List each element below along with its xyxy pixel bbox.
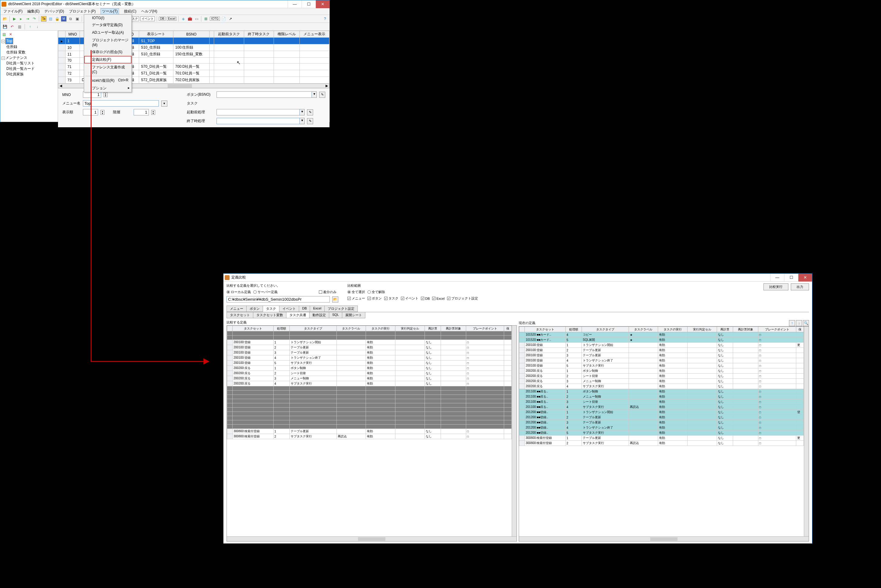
cell[interactable]: [174, 38, 210, 44]
scope-check[interactable]: イベント: [401, 296, 418, 301]
cell[interactable]: 2: [565, 441, 581, 446]
cell[interactable]: [688, 384, 717, 389]
cell[interactable]: 有効: [658, 338, 688, 343]
cell[interactable]: [210, 38, 214, 44]
cell[interactable]: [629, 343, 658, 348]
cell[interactable]: なし: [717, 410, 733, 415]
doc-icon[interactable]: ▤: [48, 16, 53, 22]
cell[interactable]: [688, 441, 717, 446]
cell[interactable]: [796, 399, 804, 405]
cell[interactable]: 有効: [366, 340, 396, 345]
tab-DB[interactable]: DB: [299, 306, 310, 312]
cell[interactable]: □: [758, 332, 796, 338]
cell[interactable]: 200100:登録: [233, 350, 274, 356]
pre-combo-input[interactable]: [217, 109, 300, 116]
cell[interactable]: [504, 356, 512, 360]
layer-spinner[interactable]: ▲▼: [151, 110, 155, 115]
menu-debug[interactable]: デバッグ(D): [44, 9, 64, 14]
row-header[interactable]: [58, 77, 66, 84]
cell[interactable]: [733, 338, 758, 343]
cell[interactable]: [733, 441, 758, 446]
cell[interactable]: [629, 425, 658, 430]
cell[interactable]: [441, 381, 466, 386]
cell[interactable]: 更: [796, 343, 804, 348]
output-button[interactable]: 出力: [791, 284, 809, 290]
cell[interactable]: 1: [565, 368, 581, 374]
cell[interactable]: [688, 358, 717, 363]
cell[interactable]: [504, 381, 512, 386]
excel-icon[interactable]: ⊞: [203, 16, 209, 22]
cell[interactable]: [733, 415, 758, 420]
cell[interactable]: シート切替: [582, 399, 629, 405]
cell[interactable]: サブタスク実行: [582, 441, 629, 446]
row-header[interactable]: [519, 415, 525, 420]
cell[interactable]: 有効: [658, 379, 688, 384]
cell[interactable]: [274, 44, 300, 51]
row-header[interactable]: [519, 425, 525, 430]
cell[interactable]: [504, 366, 512, 371]
cell[interactable]: 有効: [658, 374, 688, 379]
cell[interactable]: 701:D社員一覧: [174, 70, 210, 77]
tree-delete-icon[interactable]: ✕: [8, 32, 13, 37]
cell[interactable]: [274, 58, 300, 63]
cell[interactable]: 有効: [658, 420, 688, 425]
cell[interactable]: [796, 415, 804, 420]
cell[interactable]: 72: [66, 70, 80, 77]
cell[interactable]: 5: [565, 363, 581, 368]
row-header[interactable]: [519, 353, 525, 358]
cell[interactable]: 有効: [658, 410, 688, 415]
tab-プロジェクト設定[interactable]: プロジェクト設定: [324, 306, 358, 312]
diamond-icon[interactable]: ◈: [180, 16, 186, 22]
cell[interactable]: テーブル更新: [290, 350, 337, 356]
cell[interactable]: [796, 384, 804, 389]
tree-node[interactable]: 住所録: [1, 44, 57, 50]
menu-reference[interactable]: ファレンス文書作成(C): [84, 63, 132, 75]
maximize-button[interactable]: ☐: [301, 0, 316, 8]
cell[interactable]: [441, 371, 466, 376]
cell[interactable]: [629, 384, 658, 389]
cell[interactable]: 200100:登録: [525, 363, 566, 368]
cell[interactable]: トランザクション開始: [582, 410, 629, 415]
cell[interactable]: [688, 332, 717, 338]
col-header[interactable]: 再計算対象: [441, 326, 466, 332]
cell[interactable]: [688, 363, 717, 368]
cell[interactable]: 201100:■■戻る..: [525, 399, 566, 405]
cell[interactable]: 1: [565, 435, 581, 441]
cell[interactable]: テーブル更新: [582, 420, 629, 425]
cell[interactable]: [214, 77, 244, 84]
cell[interactable]: [441, 350, 466, 356]
cell[interactable]: [796, 368, 804, 374]
h-scrollbar[interactable]: [519, 536, 809, 541]
close-button[interactable]: ✕: [316, 0, 330, 8]
collapse-icon[interactable]: −: [1, 57, 5, 60]
cell[interactable]: [337, 350, 366, 356]
cell[interactable]: 有効: [366, 345, 396, 350]
cell[interactable]: [688, 425, 717, 430]
cell[interactable]: 101520:■■カード..: [525, 338, 566, 343]
cell[interactable]: [244, 58, 274, 63]
cell[interactable]: [629, 363, 658, 368]
close-button[interactable]: ✕: [798, 274, 812, 282]
cell[interactable]: [688, 353, 717, 358]
cell[interactable]: 201100:■■戻る..: [525, 389, 566, 394]
cell[interactable]: [441, 434, 466, 439]
row-header[interactable]: [227, 356, 233, 360]
cell[interactable]: [733, 374, 758, 379]
cell[interactable]: [796, 394, 804, 399]
cell[interactable]: [733, 384, 758, 389]
cell[interactable]: □: [758, 425, 796, 430]
row-header[interactable]: [58, 70, 66, 77]
menu-data-maint[interactable]: データ保守定義(D): [84, 21, 132, 29]
cell[interactable]: [688, 389, 717, 394]
cell[interactable]: 再読込: [629, 441, 658, 446]
cell[interactable]: 有効: [366, 360, 396, 366]
cell[interactable]: □: [466, 366, 504, 371]
cell[interactable]: [733, 332, 758, 338]
radio-server[interactable]: サーバー定義: [253, 290, 277, 294]
edit-button[interactable]: ✎: [319, 92, 325, 98]
cell[interactable]: なし: [424, 345, 440, 350]
cell[interactable]: なし: [717, 368, 733, 374]
cell[interactable]: [244, 63, 274, 70]
cell[interactable]: なし: [717, 394, 733, 399]
maximize-button[interactable]: ☐: [784, 274, 798, 282]
